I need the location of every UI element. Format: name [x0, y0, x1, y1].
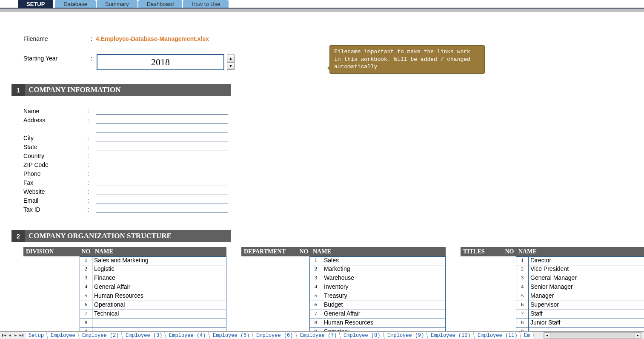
- section-1-number: 1: [11, 84, 25, 96]
- ci-input-address[interactable]: [96, 117, 228, 124]
- sheet-tab[interactable]: Employee (9): [383, 332, 429, 339]
- row-name[interactable]: General Affair: [322, 310, 446, 319]
- table-row[interactable]: 1Sales: [241, 256, 446, 265]
- row-name[interactable]: Manager: [529, 292, 644, 301]
- tab-dashboard[interactable]: Dashboard: [138, 0, 183, 8]
- ci-phone: Phone: [23, 170, 87, 177]
- row-number: 3: [80, 274, 92, 283]
- table-row[interactable]: 5Treasury: [241, 292, 446, 301]
- ci-input-country[interactable]: [96, 152, 228, 159]
- table-row[interactable]: 6Supervisor: [461, 301, 644, 310]
- table-row[interactable]: 8Junior Staff: [461, 319, 644, 328]
- ci-input-fax[interactable]: [96, 179, 228, 186]
- row-name[interactable]: Marketing: [322, 265, 446, 274]
- row-number: 8: [516, 319, 529, 328]
- sheet-nav-prev-icon[interactable]: ◀: [7, 333, 13, 339]
- row-name[interactable]: Human Resources: [92, 292, 226, 301]
- row-name[interactable]: Staff: [529, 310, 644, 319]
- row-name[interactable]: Finance: [92, 274, 226, 283]
- colon: :: [87, 35, 96, 42]
- sheet-tab[interactable]: Employee (2): [77, 332, 123, 339]
- row-name[interactable]: Senior Manager: [529, 283, 644, 292]
- ci-input-taxid[interactable]: [96, 206, 228, 213]
- tab-summary[interactable]: Summary: [97, 0, 137, 8]
- row-number: 7: [516, 310, 529, 319]
- table-row[interactable]: 8Human Resources: [241, 319, 446, 328]
- scroll-left-icon[interactable]: ◀: [544, 333, 550, 338]
- table-row[interactable]: 6Budget: [241, 301, 446, 310]
- row-number: 1: [80, 256, 92, 265]
- table-row[interactable]: 1Director: [461, 256, 644, 265]
- row-name[interactable]: General Affair: [92, 283, 226, 292]
- row-name[interactable]: [92, 319, 226, 328]
- sheet-tab[interactable]: Em: [519, 332, 535, 339]
- tab-database[interactable]: Database: [55, 0, 96, 8]
- table-row[interactable]: 4Senior Manager: [461, 283, 644, 292]
- row-name[interactable]: Inventory: [322, 283, 446, 292]
- table-row[interactable]: 1Sales and Marketing: [23, 256, 226, 265]
- table-row[interactable]: 2Logistic: [23, 265, 226, 274]
- sheet-tab[interactable]: Employee (8): [339, 332, 385, 339]
- tab-howtouse[interactable]: How to Use: [183, 0, 229, 8]
- row-name[interactable]: General Manager: [529, 274, 644, 283]
- row-name[interactable]: Sales: [322, 256, 446, 265]
- row-name[interactable]: Operational: [92, 301, 226, 310]
- ci-input-website[interactable]: [96, 188, 228, 195]
- titles-name-header: NAME: [516, 248, 644, 255]
- spinner-up-icon[interactable]: ▲: [227, 55, 235, 62]
- row-name[interactable]: Technical: [92, 310, 226, 319]
- table-row[interactable]: 8: [23, 319, 226, 328]
- sheet-tab[interactable]: Employee (11): [473, 332, 522, 339]
- sheet-tab[interactable]: Setup: [26, 332, 49, 339]
- table-row[interactable]: 3General Manager: [461, 274, 644, 283]
- row-name[interactable]: Human Resources: [322, 319, 446, 328]
- sheet-tab[interactable]: Employee: [46, 332, 80, 339]
- spinner-down-icon[interactable]: ▼: [227, 62, 235, 70]
- ci-input-name[interactable]: [96, 108, 228, 115]
- sheet-nav-first-icon[interactable]: ▮◀: [1, 333, 7, 339]
- table-row[interactable]: 4Inventory: [241, 283, 446, 292]
- row-name[interactable]: Sales and Marketing: [92, 256, 226, 265]
- sheet-tab[interactable]: Employee (5): [208, 332, 254, 339]
- sheet-tab[interactable]: Employee (7): [295, 332, 341, 339]
- row-name[interactable]: Supervisor: [529, 301, 644, 310]
- sheet-tab[interactable]: Employee (4): [165, 332, 211, 339]
- row-name[interactable]: Treasury: [322, 292, 446, 301]
- division-table: DIVISION NO NAME 1Sales and Marketing2Lo…: [23, 247, 226, 337]
- ci-input-email[interactable]: [96, 197, 228, 204]
- starting-year-label: Starting Year: [23, 55, 87, 62]
- tab-setup[interactable]: SETUP: [17, 0, 54, 8]
- table-row[interactable]: 7Staff: [461, 310, 644, 319]
- table-row[interactable]: 2Vice President: [461, 265, 644, 274]
- ci-input-phone[interactable]: [96, 170, 228, 177]
- table-row[interactable]: 4General Affair: [23, 283, 226, 292]
- table-row[interactable]: 5Human Resources: [23, 292, 226, 301]
- row-name[interactable]: Budget: [322, 301, 446, 310]
- table-row[interactable]: 2Marketing: [241, 265, 446, 274]
- ci-input-zip[interactable]: [96, 161, 228, 168]
- ci-input-city[interactable]: [96, 135, 228, 141]
- table-row[interactable]: 3Warehouse: [241, 274, 446, 283]
- row-name[interactable]: Logistic: [92, 265, 226, 274]
- scroll-right-icon[interactable]: ▶: [635, 333, 641, 338]
- sheet-tab[interactable]: Employee (3): [121, 332, 167, 339]
- horizontal-scrollbar[interactable]: ◀ ▶: [544, 332, 641, 339]
- sheet-nav-last-icon[interactable]: ▶▮: [19, 333, 25, 339]
- row-number: 5: [80, 292, 92, 301]
- row-name[interactable]: Warehouse: [322, 274, 446, 283]
- table-row[interactable]: 5Manager: [461, 292, 644, 301]
- starting-year-input[interactable]: 2018: [97, 54, 224, 70]
- ci-input-state[interactable]: [96, 144, 228, 150]
- row-name[interactable]: Director: [529, 256, 644, 265]
- table-row[interactable]: 7General Affair: [241, 310, 446, 319]
- table-row[interactable]: 6Operational: [23, 301, 226, 310]
- table-row[interactable]: 7Technical: [23, 310, 226, 319]
- sheet-tab[interactable]: Employee (6): [252, 332, 298, 339]
- row-name[interactable]: Vice President: [529, 265, 644, 274]
- sheet-nav-next-icon[interactable]: ▶: [13, 333, 19, 339]
- row-name[interactable]: Junior Staff: [529, 319, 644, 328]
- table-row[interactable]: 3Finance: [23, 274, 226, 283]
- row-number: 8: [309, 319, 322, 328]
- sheet-tab[interactable]: Employee (10): [426, 332, 475, 339]
- ci-input-address2[interactable]: [96, 126, 228, 132]
